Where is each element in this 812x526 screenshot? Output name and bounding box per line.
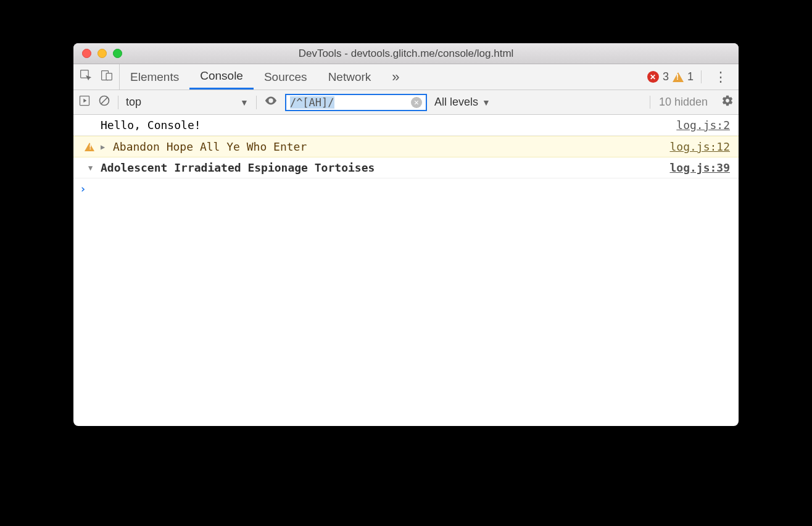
more-options-button[interactable]: ⋮ — [706, 69, 735, 85]
create-live-expression-icon[interactable] — [264, 94, 278, 111]
console-output: Hello, Console! log.js:2 ▶ Abandon Hope … — [73, 115, 739, 426]
chevron-down-icon: ▼ — [240, 98, 249, 107]
levels-label: All levels — [434, 96, 478, 109]
source-link[interactable]: log.js:39 — [669, 161, 730, 174]
log-levels-selector[interactable]: All levels ▼ — [434, 96, 491, 109]
filter-input[interactable]: /^[AH]/ ✕ — [285, 94, 427, 111]
error-badge-icon[interactable] — [647, 71, 659, 83]
execution-context-selector[interactable]: top ▼ — [126, 96, 249, 109]
error-count: 3 — [663, 70, 669, 83]
prompt-chevron-icon: › — [80, 182, 86, 195]
log-row[interactable]: Hello, Console! log.js:2 — [73, 115, 739, 136]
svg-line-5 — [101, 98, 107, 104]
clear-console-icon[interactable] — [98, 94, 110, 110]
source-link[interactable]: log.js:12 — [669, 140, 730, 153]
tab-sources[interactable]: Sources — [254, 64, 318, 90]
window-controls — [73, 49, 122, 58]
window-title: DevTools - devtools.glitch.me/console/lo… — [73, 48, 739, 60]
source-link[interactable]: log.js:2 — [676, 119, 730, 132]
inspect-element-icon[interactable] — [80, 69, 92, 85]
minimize-window-button[interactable] — [97, 49, 107, 58]
tab-console[interactable]: Console — [189, 64, 254, 90]
console-settings-icon[interactable] — [715, 94, 734, 110]
log-message: Hello, Console! — [101, 119, 676, 132]
chevron-down-icon: ▼ — [482, 98, 491, 107]
filter-value: /^[AH]/ — [290, 96, 334, 109]
log-row[interactable]: ▶ Abandon Hope All Ye Who Enter log.js:1… — [73, 136, 739, 157]
log-row[interactable]: ▼ Adolescent Irradiated Espionage Tortoi… — [73, 157, 739, 178]
warning-count: 1 — [687, 70, 694, 83]
separator — [118, 96, 118, 109]
separator — [256, 96, 257, 109]
clear-filter-icon[interactable]: ✕ — [411, 97, 422, 108]
tab-elements[interactable]: Elements — [120, 64, 189, 90]
console-toolbar: top ▼ /^[AH]/ ✕ All levels ▼ 10 hidden — [73, 90, 739, 115]
svg-rect-2 — [106, 73, 112, 80]
log-message: Adolescent Irradiated Espionage Tortoise… — [101, 161, 669, 174]
tab-network[interactable]: Network — [318, 64, 382, 90]
main-tabbar: Elements Console Sources Network » 3 1 ⋮ — [73, 64, 739, 90]
toggle-device-toolbar-icon[interactable] — [101, 69, 113, 85]
close-window-button[interactable] — [82, 49, 91, 58]
warning-icon — [85, 143, 94, 151]
tabs-overflow-button[interactable]: » — [381, 64, 410, 90]
warning-badge-icon[interactable] — [673, 72, 684, 82]
disclosure-closed-icon[interactable]: ▶ — [101, 143, 108, 151]
hidden-messages-label[interactable]: 10 hidden — [650, 96, 708, 109]
console-prompt[interactable]: › — [73, 178, 739, 199]
toggle-sidebar-icon[interactable] — [78, 94, 91, 110]
context-label: top — [126, 96, 141, 109]
disclosure-open-icon[interactable]: ▼ — [88, 164, 96, 172]
maximize-window-button[interactable] — [113, 49, 122, 58]
devtools-window: DevTools - devtools.glitch.me/console/lo… — [73, 43, 739, 426]
log-message: Abandon Hope All Ye Who Enter — [113, 140, 669, 153]
titlebar: DevTools - devtools.glitch.me/console/lo… — [73, 43, 739, 64]
